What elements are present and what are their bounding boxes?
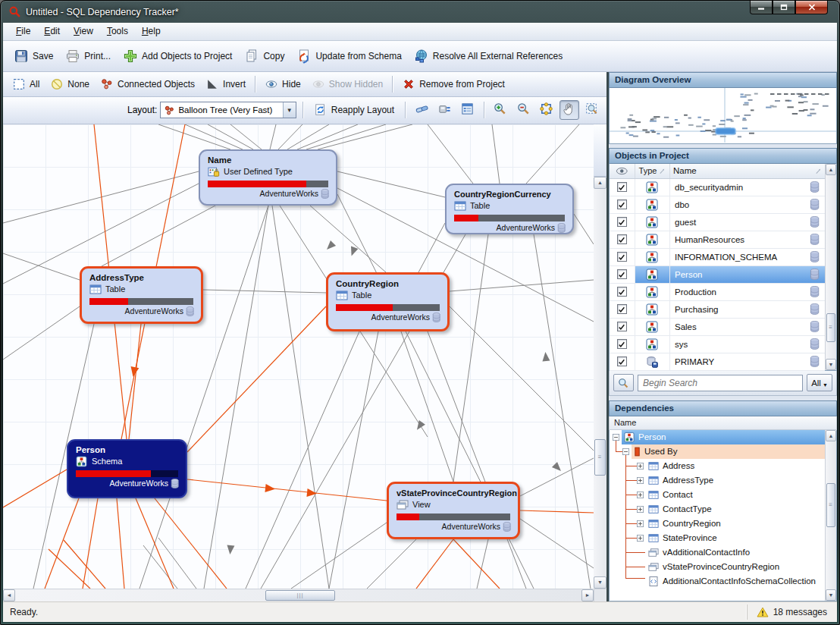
diagram-node-person[interactable]: Person Schema AdventureWorks (67, 439, 187, 498)
object-row-dbo[interactable]: dbo (610, 196, 825, 214)
scroll-left-button[interactable]: ◄ (3, 589, 15, 601)
scroll-track[interactable]: ||| (15, 589, 581, 601)
expand-expander[interactable] (637, 520, 644, 527)
checkbox-checked[interactable] (617, 287, 627, 297)
scroll-down-button[interactable]: ▼ (594, 576, 606, 589)
tree-row-stateprovince[interactable]: StateProvince (610, 531, 836, 545)
resolve-references-button[interactable]: Resolve All External References (409, 46, 567, 67)
scroll-up-button[interactable]: ▲ (826, 164, 836, 175)
tree-row-address[interactable]: Address (610, 459, 836, 473)
update-from-schema-button[interactable]: Update from Schema (292, 46, 406, 67)
checkbox-checked[interactable] (617, 339, 627, 349)
scroll-up-button[interactable]: ▲ (826, 430, 836, 441)
checkbox-checked[interactable] (617, 269, 627, 279)
add-objects-button[interactable]: Add Objects to Project (118, 46, 237, 67)
show-hidden-button[interactable]: Show Hidden (307, 74, 387, 94)
expand-expander[interactable] (637, 477, 644, 484)
remove-from-project-button[interactable]: Remove from Project (397, 74, 509, 94)
zoom-region-button[interactable] (582, 100, 602, 120)
titlebar[interactable]: Untitled - SQL Dependency Tracker* (1, 1, 839, 23)
dependencies-column-header[interactable]: Name (609, 416, 837, 430)
zoom-out-button[interactable] (513, 100, 533, 120)
object-row-db-securityadmin[interactable]: db_securityadmin (610, 179, 825, 196)
scroll-down-button[interactable]: ▼ (826, 589, 836, 601)
copy-button[interactable]: Copy (240, 46, 289, 67)
checkbox-checked[interactable] (617, 217, 627, 227)
tree-row-used-by[interactable]: Used By (610, 444, 836, 459)
tree-row-addresstype[interactable]: AddressType (610, 473, 836, 488)
checkbox-checked[interactable] (617, 252, 627, 262)
link-mode-button[interactable] (412, 100, 431, 120)
expand-expander[interactable] (637, 506, 644, 513)
scroll-down-button[interactable]: ▼ (826, 359, 836, 370)
select-none-button[interactable]: None (45, 74, 94, 94)
pin-layout-button[interactable] (434, 100, 454, 120)
reapply-layout-button[interactable]: Reapply Layout (309, 100, 399, 120)
canvas-vertical-scrollbar[interactable]: ▲ ≡ ▼ (594, 124, 606, 589)
checkbox-checked[interactable] (617, 304, 627, 314)
invert-selection-button[interactable]: Invert (201, 74, 250, 94)
object-row-purchasing[interactable]: Purchasing (610, 301, 825, 319)
tree-row-contacttype[interactable]: ContactType (610, 502, 836, 517)
search-input[interactable] (638, 375, 803, 391)
expand-expander[interactable] (637, 535, 644, 542)
layout-combobox[interactable]: Balloon Tree (Very Fast) ▼ (160, 102, 296, 118)
hide-button[interactable]: Hide (260, 74, 306, 94)
tree-row-additionalcontactinfoschemacollection[interactable]: AdditionalContactInfoSchemaCollection (610, 574, 836, 589)
scroll-up-button[interactable]: ▲ (594, 177, 606, 189)
diagram-node-countryregioncurrency[interactable]: CountryRegionCurrency Table AdventureWor… (445, 184, 574, 234)
scroll-thumb[interactable]: ≡ (594, 439, 606, 476)
expand-expander[interactable] (637, 492, 644, 498)
print-button[interactable]: Print... (61, 46, 115, 67)
checkbox-checked[interactable] (617, 356, 627, 366)
zoom-in-button[interactable] (491, 100, 510, 120)
scroll-right-button[interactable]: ► (581, 589, 594, 601)
search-button[interactable] (613, 374, 634, 391)
name-column-header[interactable]: Name (670, 164, 825, 178)
type-column-header[interactable]: Type (635, 164, 670, 178)
objects-scrollbar[interactable]: ▲ ≡ ▼ (825, 164, 836, 370)
checkbox-checked[interactable] (617, 199, 627, 209)
menu-view[interactable]: View (67, 24, 100, 39)
diagram-node-name[interactable]: Name User Defined Type AdventureWorks (199, 149, 337, 206)
object-row-humanresources[interactable]: HumanResources (610, 231, 825, 249)
visibility-column-header[interactable] (610, 164, 635, 178)
object-row-production[interactable]: Production (610, 284, 825, 301)
dependencies-scrollbar[interactable]: ▲ ≡ ▼ (825, 430, 836, 601)
tree-row-contact[interactable]: Contact (610, 488, 836, 502)
expand-expander[interactable] (637, 463, 644, 470)
legend-button[interactable] (458, 100, 478, 120)
object-row-primary[interactable]: PRIMARY (610, 353, 825, 371)
search-scope-all-button[interactable]: All▼ (807, 374, 832, 391)
connected-objects-button[interactable]: Connected Objects (96, 74, 199, 94)
checkbox-checked[interactable] (617, 234, 627, 244)
canvas-horizontal-scrollbar[interactable]: ◄ ||| ► (3, 589, 594, 601)
scroll-track[interactable]: ≡ (826, 175, 836, 359)
close-button[interactable] (795, 1, 828, 14)
pan-tool-button[interactable] (559, 100, 579, 120)
checkbox-checked[interactable] (617, 182, 627, 192)
diagram-node-vstateprovincecountryregion[interactable]: vStateProvinceCountryRegion View Adventu… (387, 482, 520, 539)
collapse-expander[interactable] (613, 434, 619, 441)
diagram-canvas[interactable]: Name User Defined Type AdventureWorks Co… (3, 124, 594, 589)
collapse-expander[interactable] (622, 448, 629, 455)
tree-row-countryregion[interactable]: CountryRegion (610, 517, 836, 531)
object-row-sales[interactable]: Sales (610, 319, 825, 336)
checkbox-checked[interactable] (617, 322, 627, 331)
scroll-thumb[interactable]: ||| (265, 590, 335, 601)
restore-button[interactable] (773, 1, 795, 14)
select-all-button[interactable]: All (8, 74, 44, 94)
menu-tools[interactable]: Tools (100, 24, 135, 39)
zoom-fit-button[interactable] (536, 100, 556, 120)
minimize-button[interactable] (750, 1, 773, 14)
object-row-person-selected[interactable]: Person (610, 266, 825, 284)
menu-file[interactable]: File (9, 24, 37, 39)
object-row-guest[interactable]: guest (610, 214, 825, 231)
scroll-thumb[interactable]: ≡ (826, 313, 835, 342)
tree-row-person[interactable]: Person (610, 430, 836, 444)
scroll-thumb[interactable]: ≡ (826, 483, 835, 527)
object-row-information-schema[interactable]: INFORMATION_SCHEMA (610, 249, 825, 266)
diagram-overview-map[interactable] (609, 88, 837, 144)
diagram-node-addresstype[interactable]: AddressType Table AdventureWorks (80, 266, 203, 324)
diagram-node-countryregion[interactable]: CountryRegion Table AdventureWorks (326, 272, 450, 331)
